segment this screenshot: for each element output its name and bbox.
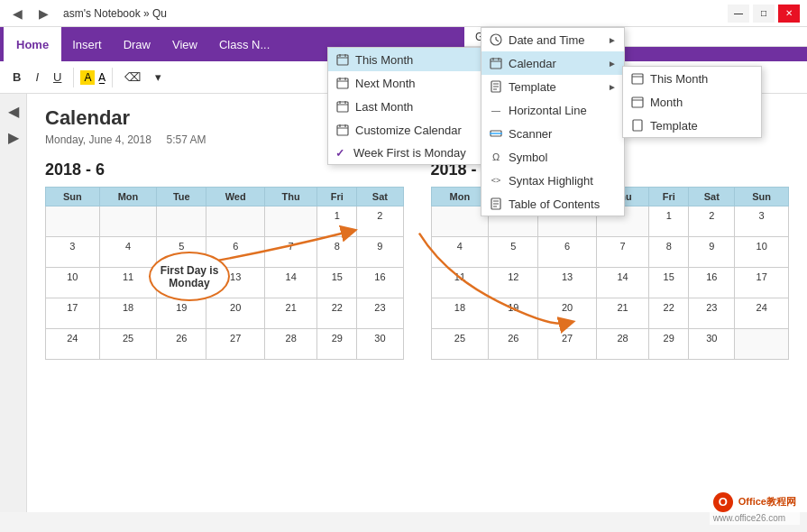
calendar-icon (489, 56, 503, 70)
list-item: 29 (317, 329, 357, 360)
list-item: 1 (317, 206, 357, 237)
week-first-label: Week First is Monday (353, 146, 477, 160)
list-item: 18 (431, 298, 489, 329)
watermark-site: Office教程网 (738, 496, 796, 507)
menu-item-scanner[interactable]: Scanner (481, 122, 624, 145)
title-bar-left: ◀ ▶ asm's Notebook » Qu (7, 5, 167, 23)
template-label: Template (509, 80, 602, 94)
list-item: 30 (357, 329, 403, 360)
sidebar-fwd-icon[interactable]: ▶ (6, 127, 21, 148)
cal1-col-sat: Sat (357, 188, 403, 206)
underline-button[interactable]: U (48, 69, 67, 86)
submenu-template[interactable]: Template (623, 114, 761, 137)
minimize-button[interactable]: — (728, 5, 749, 23)
table-row: 45678910 (431, 237, 789, 268)
list-item: 29 (649, 329, 689, 360)
list-item: 3 (46, 237, 100, 268)
dropdown-cal-submenu: This Month Month Template (622, 66, 762, 138)
menu-item-last-month[interactable]: Last Month (328, 95, 484, 118)
list-item: 20 (538, 298, 597, 329)
menu-item-this-month[interactable]: This Month (328, 48, 484, 71)
week-first-checkmark: ✓ (335, 147, 348, 160)
eraser-button[interactable]: ⌫ (119, 69, 146, 86)
list-item: 14 (596, 268, 648, 298)
toc-icon (489, 197, 503, 211)
customize-icon (335, 123, 350, 137)
tab-view[interactable]: View (161, 27, 208, 61)
submenu-month[interactable]: Month (623, 90, 761, 114)
list-item: 8 (317, 237, 357, 268)
tab-draw[interactable]: Draw (113, 27, 161, 61)
list-item: 28 (596, 329, 648, 360)
list-item: 4 (99, 237, 157, 268)
list-item: 8 (649, 237, 689, 268)
bubble-text: First Day isMonday (160, 264, 219, 289)
svg-rect-37 (633, 120, 642, 131)
next-month-label: Next Month (355, 77, 477, 90)
sub-this-month-label: This Month (650, 72, 754, 86)
maximize-button[interactable]: □ (753, 5, 775, 23)
nav-back-button[interactable]: ◀ (7, 5, 28, 23)
tab-insert[interactable]: Insert (61, 27, 113, 61)
menu-item-next-month[interactable]: Next Month (328, 71, 484, 95)
menu-item-customize[interactable]: Customize Calendar (328, 118, 484, 142)
watermark: O Office教程网 www.office26.com (710, 491, 800, 525)
syntax-icon: <> (489, 173, 503, 188)
list-item: 21 (265, 298, 317, 329)
format-more-button[interactable]: ▾ (150, 69, 167, 86)
close-button[interactable]: ✕ (778, 5, 800, 23)
menu-item-horizontal-line[interactable]: — Horizontal Line (481, 98, 624, 122)
list-item: 23 (357, 298, 403, 329)
calendar-block-1: 2018 - 6 Sun Mon Tue Wed Thu Fri Sat (45, 161, 404, 360)
menu-item-symbol[interactable]: Ω Symbol (481, 145, 624, 169)
menu-item-toc[interactable]: Table of Contents (481, 192, 624, 216)
list-item (206, 206, 265, 237)
nav-forward-button[interactable]: ▶ (33, 5, 54, 23)
table-row: 17181920212223 (46, 298, 404, 329)
list-item (46, 206, 100, 237)
tab-home[interactable]: Home (4, 27, 61, 61)
this-month-icon (335, 52, 350, 67)
menu-item-date-time[interactable]: Date and Time ► (481, 28, 624, 51)
cal1-col-mon: Mon (99, 188, 157, 206)
submenu-this-month[interactable]: This Month (623, 67, 761, 90)
list-item: 25 (99, 329, 157, 360)
cal1-col-tue: Tue (157, 188, 206, 206)
menu-item-syntax-highlight[interactable]: <> Syntax Highlight (481, 169, 624, 192)
list-item: 19 (157, 298, 206, 329)
highlight-button[interactable]: A (80, 70, 95, 85)
sidebar-back-icon[interactable]: ◀ (6, 101, 21, 122)
list-item: 22 (649, 298, 689, 329)
menu-item-calendar[interactable]: Calendar ► (481, 51, 624, 75)
list-item: 11 (431, 268, 489, 298)
table-row: 252627282930 (431, 329, 789, 360)
watermark-icon: O (713, 492, 733, 512)
toc-label: Table of Contents (509, 197, 617, 211)
list-item (735, 329, 789, 360)
italic-button[interactable]: I (30, 69, 44, 86)
font-color-button[interactable]: A̲ (98, 71, 105, 84)
list-item: 11 (99, 268, 157, 298)
list-item: 10 (735, 237, 789, 268)
sub-template-icon (630, 118, 645, 133)
bubble-annotation: First Day isMonday (149, 252, 230, 301)
list-item: 27 (538, 329, 597, 360)
menu-item-week-first[interactable]: ✓ Week First is Monday (328, 142, 484, 164)
list-item: 22 (317, 298, 357, 329)
list-item: 7 (265, 237, 317, 268)
next-month-icon (335, 76, 350, 90)
list-item: 24 (46, 329, 100, 360)
list-item: 2 (357, 206, 403, 237)
list-item: 27 (206, 329, 265, 360)
sub-this-month-icon (630, 71, 645, 86)
svg-rect-35 (632, 97, 643, 107)
menu-item-template[interactable]: Template ► (481, 75, 624, 98)
bold-button[interactable]: B (7, 69, 26, 86)
date-time-label: Date and Time (509, 33, 602, 47)
horizontal-line-icon: — (489, 103, 503, 117)
scanner-label: Scanner (509, 127, 617, 141)
dropdown-calendar-menu: This Month Next Month Last Month Customi… (327, 47, 485, 165)
cal2-col-sun: Sun (735, 188, 789, 206)
list-item: 10 (46, 268, 100, 298)
tab-class-notes[interactable]: Class N... (208, 27, 280, 61)
